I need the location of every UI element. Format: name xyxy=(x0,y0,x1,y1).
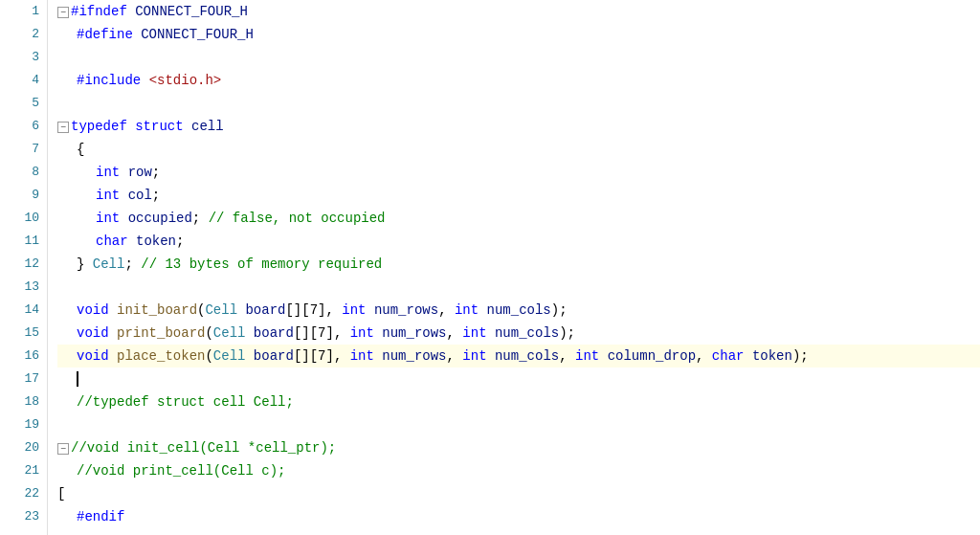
token-kw-type: int xyxy=(350,322,374,345)
line-number-10: 10 xyxy=(0,207,39,230)
token-plain xyxy=(133,23,141,46)
token-comment: //void init_cell(Cell *cell_ptr); xyxy=(71,436,336,459)
text-cursor xyxy=(77,371,78,387)
token-kw-struct: struct xyxy=(135,115,183,138)
token-plain xyxy=(367,299,374,322)
token-kw-type: char xyxy=(96,230,128,253)
token-ident: col xyxy=(128,184,152,207)
code-line-12: } Cell; // 13 bytes of memory required xyxy=(57,253,980,276)
token-ident: CONNECT_FOUR_H xyxy=(135,0,248,23)
token-plain: ; xyxy=(124,253,141,276)
token-plain xyxy=(127,0,135,23)
code-line-8: int row; xyxy=(57,161,980,184)
token-kw-type: void xyxy=(77,322,109,345)
line-number-23: 23 xyxy=(0,505,39,528)
code-line-18: //typedef struct cell Cell; xyxy=(57,390,980,413)
token-kw-type: int xyxy=(575,345,599,368)
token-kw-type: int xyxy=(455,299,479,322)
token-plain: , xyxy=(559,345,575,368)
token-ident: occupied xyxy=(128,207,192,230)
token-kw-pp: #endif xyxy=(77,505,124,528)
token-plain: ; xyxy=(152,161,160,184)
code-line-23: #endif xyxy=(57,505,980,528)
token-kw-type: int xyxy=(462,345,486,368)
code-content[interactable]: −#ifndef CONNECT_FOUR_H#define CONNECT_F… xyxy=(48,0,980,535)
line-number-7: 7 xyxy=(0,138,39,161)
token-plain xyxy=(487,322,495,345)
line-number-1: 1 xyxy=(0,0,39,23)
token-plain xyxy=(237,299,245,322)
line-number-2: 2 xyxy=(0,23,39,46)
token-ident: column_drop xyxy=(608,345,696,368)
line-number-6: 6 xyxy=(0,115,39,138)
token-plain xyxy=(120,207,127,230)
code-line-9: int col; xyxy=(57,184,980,207)
token-kw-pp: #ifndef xyxy=(71,0,127,23)
token-plain xyxy=(479,299,486,322)
token-plain xyxy=(120,161,127,184)
token-plain: , xyxy=(447,322,463,345)
code-line-15: void print_board(Cell board[][7], int nu… xyxy=(57,322,980,345)
token-fn-name: init_board xyxy=(117,299,197,322)
code-line-17 xyxy=(57,368,980,390)
line-number-11: 11 xyxy=(0,230,39,253)
token-inc-lib: <stdio.h> xyxy=(149,69,222,92)
token-kw-cell: Cell xyxy=(213,345,246,368)
code-line-5 xyxy=(57,92,980,115)
token-ident: cell xyxy=(191,115,224,138)
token-plain: ; xyxy=(192,207,209,230)
token-plain xyxy=(374,345,382,368)
line-number-15: 15 xyxy=(0,322,39,345)
line-number-12: 12 xyxy=(0,253,39,276)
token-ident: board xyxy=(254,322,294,345)
token-kw-type: int xyxy=(350,345,374,368)
token-ident: num_cols xyxy=(495,322,559,345)
token-kw-type: int xyxy=(96,207,120,230)
token-plain: ); xyxy=(559,322,575,345)
token-kw-pp: #define xyxy=(77,23,133,46)
token-comment: // 13 bytes of memory required xyxy=(141,253,382,276)
token-plain: ; xyxy=(152,184,160,207)
code-line-13 xyxy=(57,276,980,299)
token-plain xyxy=(487,345,495,368)
token-kw-type: int xyxy=(96,161,120,184)
code-line-14: void init_board(Cell board[][7], int num… xyxy=(57,299,980,322)
token-ident: board xyxy=(254,345,294,368)
token-kw-pp: #include xyxy=(77,69,141,92)
line-number-21: 21 xyxy=(0,459,39,482)
code-line-6: −typedef struct cell xyxy=(57,115,980,138)
token-ident: num_cols xyxy=(495,345,559,368)
token-kw-cell: Cell xyxy=(205,299,237,322)
token-comment: //typedef struct cell Cell; xyxy=(77,390,294,413)
line-number-8: 8 xyxy=(0,161,39,184)
code-line-4: #include <stdio.h> xyxy=(57,69,980,92)
token-ident: row xyxy=(128,161,152,184)
token-plain: ); xyxy=(792,345,809,368)
token-plain: ( xyxy=(197,299,205,322)
token-plain: [][7], xyxy=(294,322,350,345)
line-number-3: 3 xyxy=(0,46,39,69)
fold-icon-1[interactable]: − xyxy=(57,7,69,18)
token-kw-type: void xyxy=(77,299,109,322)
token-plain xyxy=(141,69,148,92)
line-number-9: 9 xyxy=(0,184,39,207)
token-plain xyxy=(599,345,607,368)
token-kw-type: void xyxy=(77,345,109,368)
token-plain: , xyxy=(438,299,455,322)
code-line-7: { xyxy=(57,138,980,161)
line-number-16: 16 xyxy=(0,345,39,368)
code-line-20: −//void init_cell(Cell *cell_ptr); xyxy=(57,436,980,459)
line-number-13: 13 xyxy=(0,276,39,299)
code-line-10: int occupied; // false, not occupied xyxy=(57,207,980,230)
token-plain: [][7], xyxy=(285,299,342,322)
token-plain xyxy=(109,299,117,322)
line-number-19: 19 xyxy=(0,413,39,436)
token-ident: token xyxy=(752,345,792,368)
fold-icon-20[interactable]: − xyxy=(57,443,69,455)
fold-icon-6[interactable]: − xyxy=(57,122,69,133)
line-numbers: 1234567891011121314151617181920212223 xyxy=(0,0,48,535)
token-ident: num_rows xyxy=(382,345,446,368)
token-kw-typedef: typedef xyxy=(71,115,127,138)
token-comment: // false, not occupied xyxy=(209,207,386,230)
token-plain xyxy=(184,115,191,138)
